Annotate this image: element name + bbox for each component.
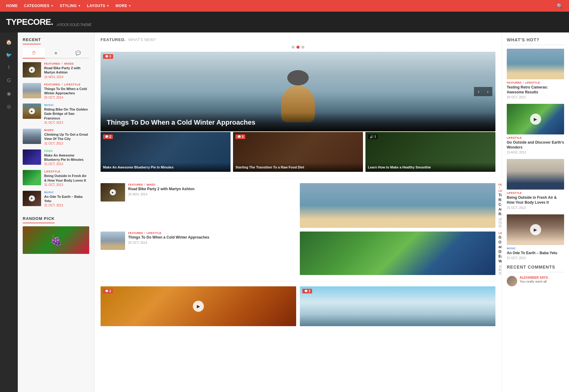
top-navigation[interactable]: HOME CATEGORIES ▼ STYLING ▼ LAYOUTS ▼ MO… [0,0,569,12]
search-icon[interactable]: 🔍 [557,3,563,9]
hero-next-button[interactable]: › [483,87,492,96]
small-cards-grid: 💬 2 Make An Awesome Blueberry Pie In Min… [101,132,495,172]
whats-hot-title: WHAT'S HOT? [507,37,564,45]
card-bottom: Learn How to Make a Healthy Smoothie [365,163,495,172]
recent-title[interactable]: An Ode To Earth – Baba Yetu [44,194,89,203]
play-overlay: ▶ [23,62,41,77]
slider-dot-2[interactable] [296,46,300,49]
recent-title[interactable]: Riding Bike On The Golden Gate Bridge of… [44,107,89,120]
category-tag: LIFESTYLE [44,170,89,173]
list-item: LIFESTYLE Being Outside in Fresh Air & H… [23,170,89,187]
nav-more[interactable]: MORE ▼ [116,4,131,8]
list-thumb[interactable] [101,232,125,250]
main-content: FEATURED. WHAT'S NEW? 💬 0 Things To Do W… [94,32,502,392]
featured-sub: WHAT'S NEW? [128,37,156,42]
recent-thumb[interactable] [23,129,41,144]
play-button[interactable]: ▶ [29,195,35,202]
recent-thumb[interactable] [23,170,41,185]
small-card[interactable]: 💬 2 Make An Awesome Blueberry Pie In Min… [101,132,231,172]
recent-thumb[interactable] [23,149,41,165]
comment-icon: 💬 [105,55,109,58]
nav-styling[interactable]: STYLING ▼ [60,4,81,8]
hero-navigation: ‹ › [474,87,492,96]
recent-title[interactable]: Climbing Up To Get a Great View Of The C… [44,132,89,141]
random-pick-image[interactable]: 🍇 [23,226,89,254]
sidebar-twitter-icon[interactable]: 🐦 [3,49,15,61]
hot-thumb[interactable] [507,159,564,190]
play-button[interactable]: ▶ [110,189,116,195]
category-tag: MIXED [44,129,89,132]
hot-thumb-image: ▶ [507,104,564,134]
list-title[interactable]: Things To Do When a Cold Winter Approach… [128,235,296,240]
hot-item: LIFESTYLE Being Outside in Fresh Air & H… [507,159,564,209]
recent-thumb[interactable]: ▶ [23,191,41,206]
content-sidebar: RECENT ⏱ ★ 💬 ▶ FEATURED / MIXED Road Bik… [18,32,94,392]
list-thumb[interactable]: ▶ [101,183,125,202]
list-item: FEATURED / LIFESTYLE Things To Do When a… [101,232,296,275]
tab-star[interactable]: ★ [45,48,67,58]
hero-prev-button[interactable]: ‹ [474,87,483,96]
hot-item: ▶ MUSIC An Ode To Earth – Baba Yetu 31 O… [507,214,564,260]
slider-dot-1[interactable] [292,46,295,49]
recent-title[interactable]: Things To Do When a Cold Winter Approach… [44,87,89,96]
sidebar-facebook-icon[interactable]: f [3,62,15,74]
video-card[interactable]: 💬 2 [300,286,495,326]
featured-hero[interactable]: 💬 0 Things To Do When a Cold Winter Appr… [101,52,495,131]
slider-dot-3[interactable] [301,46,304,49]
hot-thumb-image: ▶ [507,214,564,245]
small-card[interactable]: 🔊 3 Learn How to Make a Healthy Smoothie [365,132,495,172]
sidebar-rss-icon[interactable]: ◎ [3,100,15,112]
recent-thumb[interactable]: ▶ [23,62,41,77]
small-card[interactable]: 💬 3 Starting The Transition To a Raw Foo… [233,132,363,172]
play-center: ▶ [507,214,564,245]
recent-thumb[interactable] [23,83,41,98]
sidebar-dribbble-icon[interactable]: ◉ [3,88,15,99]
hot-thumb[interactable]: ▶ [507,214,564,245]
hot-category: MUSIC [507,247,564,250]
play-button[interactable]: ▶ [29,67,35,73]
volume-badge: 🔊 3 [368,134,378,139]
sidebar-home-icon[interactable]: 🏠 [3,36,15,48]
play-button[interactable]: ▶ [193,301,204,312]
hero-overlay: Things To Do When a Cold Winter Approach… [101,112,495,131]
sidebar-google-icon[interactable]: G [3,75,15,86]
nav-categories[interactable]: CATEGORIES ▼ [24,4,54,8]
list-thumb[interactable] [300,183,495,228]
site-logo[interactable]: TYPECORE. A Rock-solid Theme [6,17,91,27]
hot-title[interactable]: Go Outside and Discover Earth's Wonders [507,140,564,150]
list-title[interactable]: Road Bike Party 2 with Martyn Ashton [128,187,296,192]
hot-category: LIFESTYLE [507,191,564,194]
recent-title[interactable]: Make An Awesome Blueberry Pie In Minutes [44,153,89,162]
nav-home[interactable]: HOME [6,4,18,8]
recent-thumb[interactable]: ▶ [23,104,41,119]
play-button[interactable]: ▶ [29,108,35,114]
layouts-arrow-icon: ▼ [107,4,109,7]
hot-title[interactable]: Being Outside in Fresh Air & How Your Bo… [507,195,564,205]
play-button[interactable]: ▶ [530,114,541,125]
hot-category: FEATURED / LIFESTYLE [507,81,564,84]
list-date: 16 NOV, 2014 [128,193,296,196]
slider-dots [101,46,495,49]
recent-title[interactable]: Being Outside in Fresh Air & How Your Bo… [44,174,89,183]
list-section: ▶ FEATURED / MIXED Road Bike Party 2 wit… [101,178,495,275]
play-button[interactable]: ▶ [530,224,541,235]
recent-section-title: RECENT [23,37,41,44]
tab-comment[interactable]: 💬 [67,48,89,58]
recent-date: 31 OCT, 2013 [44,183,89,187]
hot-thumb[interactable] [507,49,564,79]
category-tag: FOOD [44,149,89,153]
featured-label: FEATURED. [101,37,126,42]
hot-thumb[interactable]: ▶ [507,104,564,134]
list-thumb[interactable] [300,232,495,275]
tab-clock[interactable]: ⏱ [23,48,45,58]
list-item: ▶ FEATURED / MIXED Road Bike Party 2 wit… [23,62,89,79]
hot-thumb-image [507,49,564,79]
recent-title[interactable]: Road Bike Party 2 with Martyn Ashton [44,66,89,75]
card-title: Learn How to Make a Healthy Smoothie [368,165,493,169]
hot-title[interactable]: Testing Retro Cameras: Awesome Results [507,85,564,95]
play-overlay: ▶ [101,183,125,202]
hot-title[interactable]: An Ode To Earth – Baba Yetu [507,251,564,256]
site-header: TYPECORE. A Rock-solid Theme [0,12,569,32]
nav-layouts[interactable]: LAYOUTS ▼ [87,4,109,8]
video-card[interactable]: 💬 2 ▶ [101,286,296,326]
